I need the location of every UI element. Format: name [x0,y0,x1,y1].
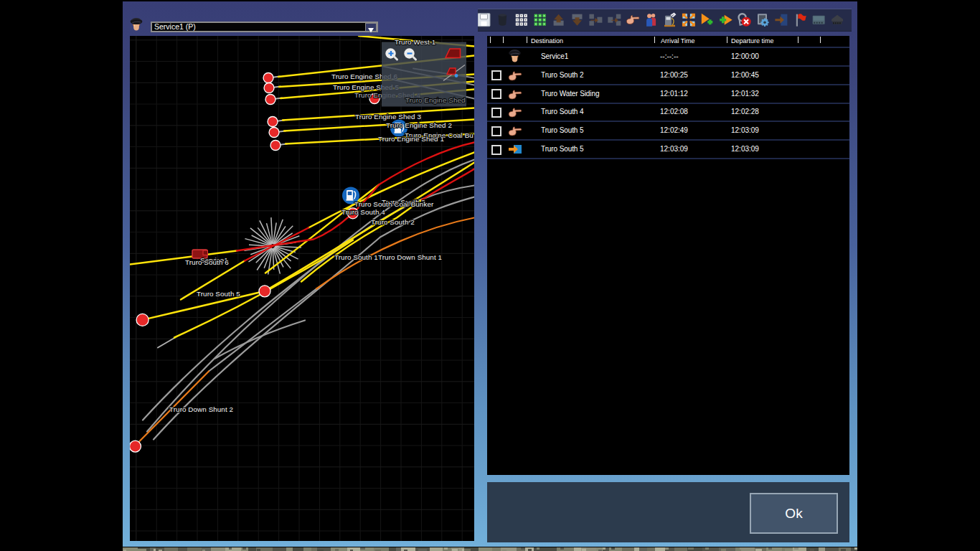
svg-text:Truro Down Shunt 1: Truro Down Shunt 1 [378,253,442,260]
svg-text:Truro South 4: Truro South 4 [341,207,385,215]
svg-text:Truro West 1: Truro West 1 [395,37,435,45]
svg-text:Truro Engine Shed 3: Truro Engine Shed 3 [355,112,421,120]
svg-text:Truro Engine Shed 2: Truro Engine Shed 2 [386,121,452,128]
svg-text:Truro South 1: Truro South 1 [334,253,378,260]
svg-text:Truro Engine Shed 1: Truro Engine Shed 1 [378,134,444,142]
svg-text:Truro South Coal Bunker: Truro South Coal Bunker [354,199,434,207]
svg-text:Truro Down Shunt 2: Truro Down Shunt 2 [169,405,233,413]
svg-text:Truro South 2: Truro South 2 [371,217,415,225]
svg-text:Truro Engine Shed: Truro Engine Shed [405,95,466,103]
svg-text:Truro South 5: Truro South 5 [197,289,240,297]
svg-text:Truro South 6: Truro South 6 [185,258,229,265]
